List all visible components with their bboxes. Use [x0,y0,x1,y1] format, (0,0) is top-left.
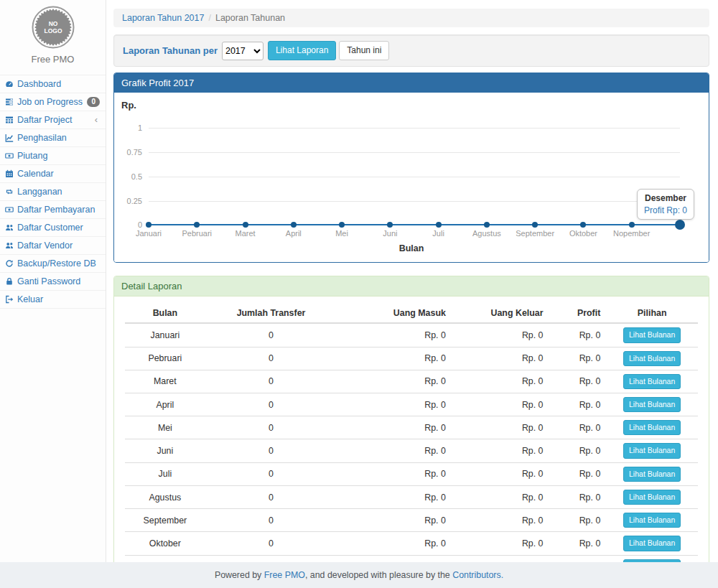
sidebar-item-label: Dashboard [17,79,100,89]
view-month-button-juni[interactable]: Lihat Bulanan [623,443,681,458]
sidebar-item-label: Penghasilan [17,133,100,143]
svg-text:LOGO: LOGO [44,27,62,34]
sidebar-item-job-on-progress[interactable]: Job on Progress0 [0,93,106,111]
sign-out-icon [5,295,17,304]
view-month-button-april[interactable]: Lihat Bulanan [623,397,681,412]
cell-masuk: Rp. 0 [337,555,452,562]
year-select[interactable]: 2017 [222,42,264,60]
chart-tooltip: Desember Profit Rp: 0 [637,189,694,220]
data-point-agustus[interactable] [484,222,490,228]
data-point-desember[interactable] [675,220,685,230]
cell-masuk: Rp. 0 [337,485,452,508]
sidebar-item-label: Daftar Pembayaran [17,205,100,215]
view-month-button-januari[interactable]: Lihat Bulanan [623,327,681,342]
detail-report-panel: Detail Laporan BulanJumlah TransferUang … [113,276,709,562]
sidebar-item-daftar-customer[interactable]: Daftar Customer [0,219,106,237]
cell-profit: Rp. 0 [549,416,607,439]
cell-masuk: Rp. 0 [337,509,452,532]
data-point-maret[interactable] [243,222,248,228]
y-axis-tick-label: 0 [118,220,142,229]
cell-jumlah: 0 [205,462,337,485]
cell-bulan: Agustus [125,485,205,508]
cell-jumlah: 0 [205,555,337,562]
table-header-row: BulanJumlah TransferUang MasukUang Kelua… [125,304,698,323]
sidebar-item-daftar-project[interactable]: Daftar Project‹ [0,111,106,129]
sidebar-item-backup-restore-db[interactable]: Backup/Restore DB [0,255,106,273]
data-point-april[interactable] [291,222,297,228]
cell-profit: Rp. 0 [549,393,607,416]
cell-action: Lihat Bulanan [606,370,698,393]
sidebar-item-label: Ganti Password [17,276,100,286]
users-icon [5,223,17,232]
sidebar-item-piutang[interactable]: Piutang [0,147,106,165]
table-row-oktober: Oktober0Rp. 0Rp. 0Rp. 0Lihat Bulanan [125,532,698,555]
sidebar-item-langganan[interactable]: Langganan [0,183,106,201]
cell-jumlah: 0 [205,393,337,416]
detail-panel-title: Detail Laporan [114,276,709,297]
sidebar-item-penghasilan[interactable]: Penghasilan [0,129,106,147]
data-point-januari[interactable] [146,222,151,228]
this-year-button[interactable]: Tahun ini [339,41,389,60]
data-point-mei[interactable] [339,222,345,228]
cell-bulan: Nopember [125,555,205,562]
breadcrumb-link[interactable]: Laporan Tahun 2017 [122,13,204,23]
view-month-button-september[interactable]: Lihat Bulanan [623,513,681,528]
x-axis-tick-label: Oktober [569,229,597,238]
table-row-januari: Januari0Rp. 0Rp. 0Rp. 0Lihat Bulanan [125,323,698,347]
y-axis-tick-label: 0.25 [118,197,142,205]
column-header-bulan: Bulan [125,304,205,323]
cell-keluar: Rp. 0 [452,462,549,485]
tasks-icon [5,98,17,106]
main-content: Laporan Tahun 2017/Laporan Tahunan Lapor… [106,0,718,562]
data-point-nopember[interactable] [629,222,635,228]
cell-profit: Rp. 0 [549,347,607,370]
cell-action: Lihat Bulanan [606,532,698,555]
view-month-button-nopember[interactable]: Lihat Bulanan [623,559,681,562]
view-month-button-mei[interactable]: Lihat Bulanan [623,420,681,435]
sidebar-item-dashboard[interactable]: Dashboard [0,75,106,93]
sidebar-item-daftar-pembayaran[interactable]: Daftar Pembayaran [0,201,106,219]
tooltip-value: Profit Rp: 0 [644,205,687,215]
cell-profit: Rp. 0 [549,370,607,393]
chart-y-axis-title: Rp. [121,100,136,111]
breadcrumb-separator: / [208,13,210,23]
view-report-button[interactable]: Lihat Laporan [268,41,336,60]
x-axis-tick-label: Maret [235,229,255,238]
cell-keluar: Rp. 0 [452,555,549,562]
cell-masuk: Rp. 0 [337,347,452,370]
view-month-button-pebruari[interactable]: Lihat Bulanan [623,351,681,366]
y-axis-tick-label: 0.75 [118,148,142,157]
view-month-button-oktober[interactable]: Lihat Bulanan [623,536,681,551]
view-month-button-maret[interactable]: Lihat Bulanan [623,374,681,389]
refresh-icon [5,259,17,268]
cell-profit: Rp. 0 [549,323,607,347]
money-icon [5,205,17,214]
cell-jumlah: 0 [205,416,337,439]
table-row-september: September0Rp. 0Rp. 0Rp. 0Lihat Bulanan [125,509,698,532]
table-body: Januari0Rp. 0Rp. 0Rp. 0Lihat BulananPebr… [125,323,698,562]
footer-link-contributors[interactable]: Contributors. [452,570,503,580]
sidebar-item-keluar[interactable]: Keluar [0,291,106,309]
sidebar-item-ganti-password[interactable]: Ganti Password [0,273,106,291]
cell-bulan: Pebruari [125,347,205,370]
data-point-juni[interactable] [387,222,393,228]
data-point-pebruari[interactable] [194,222,200,228]
data-point-oktober[interactable] [580,222,586,228]
cell-masuk: Rp. 0 [337,416,452,439]
data-point-september[interactable] [532,222,538,228]
cell-jumlah: 0 [205,370,337,393]
column-header-uang-masuk: Uang Masuk [337,304,452,323]
sidebar-item-daftar-vendor[interactable]: Daftar Vendor [0,237,106,255]
view-month-button-juli[interactable]: Lihat Bulanan [623,467,681,482]
column-header-jumlah-transfer: Jumlah Transfer [205,304,337,323]
sidebar-item-calendar[interactable]: Calendar [0,165,106,183]
sidebar-item-label: Daftar Project [17,115,95,125]
table-row-pebruari: Pebruari0Rp. 0Rp. 0Rp. 0Lihat Bulanan [125,347,698,370]
breadcrumb: Laporan Tahun 2017/Laporan Tahunan [113,9,709,27]
cell-action: Lihat Bulanan [606,509,698,532]
data-point-juli[interactable] [436,222,442,228]
sidebar: NOLOGO Free PMO DashboardJob on Progress… [0,0,106,562]
view-month-button-agustus[interactable]: Lihat Bulanan [623,490,681,505]
cell-jumlah: 0 [205,532,337,555]
footer-link-freepmo[interactable]: Free PMO [264,570,305,580]
